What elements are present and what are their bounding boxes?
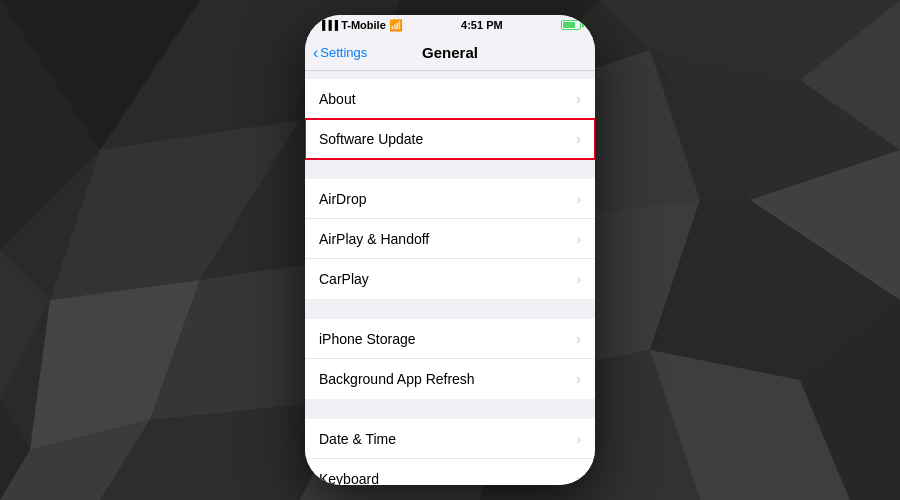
- section-3: iPhone Storage › Background App Refresh …: [305, 319, 595, 399]
- chevron-right-icon: ›: [576, 191, 581, 207]
- keyboard-label: Keyboard: [319, 471, 379, 486]
- background-app-refresh-label: Background App Refresh: [319, 371, 475, 387]
- settings-item-date-time[interactable]: Date & Time ›: [305, 419, 595, 459]
- phone-frame: ▐▐▐ T-Mobile 📶 4:51 PM ‹ Settings Genera…: [305, 15, 595, 485]
- settings-item-airdrop[interactable]: AirDrop ›: [305, 179, 595, 219]
- status-time: 4:51 PM: [461, 19, 503, 31]
- back-button[interactable]: ‹ Settings: [313, 44, 367, 62]
- page-title: General: [422, 44, 478, 61]
- section-gap-2: [305, 299, 595, 319]
- settings-item-airplay-handoff[interactable]: AirPlay & Handoff ›: [305, 219, 595, 259]
- signal-icon: ▐▐▐: [319, 20, 338, 30]
- section-2: AirDrop › AirPlay & Handoff › CarPlay ›: [305, 179, 595, 299]
- section-gap-3: [305, 399, 595, 419]
- section-gap-1: [305, 159, 595, 179]
- nav-bar: ‹ Settings General: [305, 35, 595, 71]
- chevron-right-icon: ›: [576, 91, 581, 107]
- battery-icon: [561, 20, 581, 30]
- chevron-right-icon: ›: [576, 271, 581, 287]
- chevron-right-icon: ›: [576, 331, 581, 347]
- settings-content: About › Software Update › AirDrop › AirP…: [305, 71, 595, 485]
- section-4: Date & Time › Keyboard › Fonts › Languag…: [305, 419, 595, 485]
- software-update-label: Software Update: [319, 131, 423, 147]
- chevron-right-icon: ›: [576, 231, 581, 247]
- settings-item-keyboard[interactable]: Keyboard ›: [305, 459, 595, 485]
- status-bar: ▐▐▐ T-Mobile 📶 4:51 PM: [305, 15, 595, 35]
- settings-item-about[interactable]: About ›: [305, 79, 595, 119]
- about-label: About: [319, 91, 356, 107]
- carplay-label: CarPlay: [319, 271, 369, 287]
- settings-item-software-update[interactable]: Software Update ›: [305, 119, 595, 159]
- chevron-right-icon: ›: [576, 131, 581, 147]
- chevron-right-icon: ›: [576, 471, 581, 486]
- wifi-icon: 📶: [389, 19, 403, 32]
- airplay-handoff-label: AirPlay & Handoff: [319, 231, 429, 247]
- chevron-right-icon: ›: [576, 371, 581, 387]
- settings-item-iphone-storage[interactable]: iPhone Storage ›: [305, 319, 595, 359]
- date-time-label: Date & Time: [319, 431, 396, 447]
- settings-item-carplay[interactable]: CarPlay ›: [305, 259, 595, 299]
- chevron-right-icon: ›: [576, 431, 581, 447]
- chevron-left-icon: ‹: [313, 44, 318, 62]
- section-gap-top: [305, 71, 595, 79]
- settings-item-background-app-refresh[interactable]: Background App Refresh ›: [305, 359, 595, 399]
- status-left: ▐▐▐ T-Mobile 📶: [319, 19, 403, 32]
- section-1: About › Software Update ›: [305, 79, 595, 159]
- airdrop-label: AirDrop: [319, 191, 366, 207]
- back-label: Settings: [320, 45, 367, 60]
- carrier-label: T-Mobile: [341, 19, 386, 31]
- battery-fill: [563, 22, 575, 28]
- status-right: [561, 20, 581, 30]
- iphone-storage-label: iPhone Storage: [319, 331, 416, 347]
